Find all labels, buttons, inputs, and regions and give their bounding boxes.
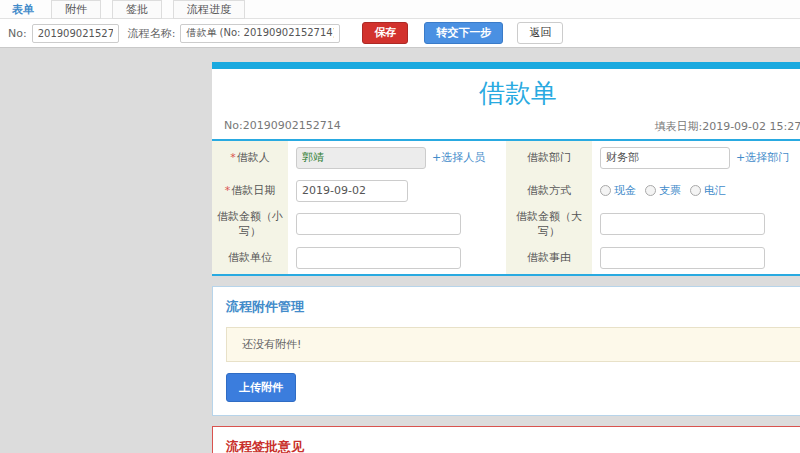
department-field-cell: +选择部门 xyxy=(592,141,800,174)
amount-lowercase-label: 借款金额（小写） xyxy=(212,207,288,241)
required-mark: * xyxy=(230,151,236,164)
attachment-panel: 流程附件管理 还没有附件! 上传附件 xyxy=(212,286,800,416)
amount-lowercase-field-cell xyxy=(288,207,506,241)
attachment-empty-message: 还没有附件! xyxy=(226,327,800,362)
radio-circle-icon[interactable] xyxy=(645,185,656,196)
borrow-date-label: *借款日期 xyxy=(212,174,288,207)
borrow-reason-label: 借款事由 xyxy=(506,241,592,274)
borrow-unit-field-cell xyxy=(288,241,506,274)
required-mark: * xyxy=(225,184,231,197)
amount-uppercase-field-cell xyxy=(592,207,800,241)
form-top-accent-bar xyxy=(212,62,800,69)
department-input[interactable] xyxy=(600,147,730,169)
process-name-input[interactable] xyxy=(180,24,340,43)
control-row: No: 流程名称: 保存 转交下一步 返回 xyxy=(0,19,800,48)
radio-circle-icon[interactable] xyxy=(600,185,611,196)
borrow-date-input[interactable] xyxy=(296,180,408,202)
tab-bar: 表单 附件 签批 流程进度 xyxy=(0,0,800,19)
tab-attachment[interactable]: 附件 xyxy=(51,0,101,19)
department-label: 借款部门 xyxy=(506,141,592,174)
app-header: 表单 附件 签批 流程进度 No: 流程名称: 保存 转交下一步 返回 xyxy=(0,0,800,48)
approval-heading: 流程签批意见 xyxy=(213,427,800,453)
amount-uppercase-input[interactable] xyxy=(600,213,765,235)
borrow-unit-label: 借款单位 xyxy=(212,241,288,274)
no-input[interactable] xyxy=(32,24,119,43)
radio-check[interactable]: 支票 xyxy=(645,183,681,198)
borrower-label: *借款人 xyxy=(212,141,288,174)
next-step-button[interactable]: 转交下一步 xyxy=(424,22,503,44)
process-name-label: 流程名称: xyxy=(128,26,176,41)
borrower-field-cell: +选择人员 xyxy=(288,141,506,174)
tab-process-progress[interactable]: 流程进度 xyxy=(173,0,245,19)
select-person-link[interactable]: +选择人员 xyxy=(432,150,485,165)
amount-lowercase-input[interactable] xyxy=(296,213,461,235)
borrow-method-radio-group: 现金 支票 电汇 xyxy=(600,183,726,198)
radio-circle-icon[interactable] xyxy=(690,185,701,196)
form-table: *借款人 +选择人员 借款部门 +选择部门 *借款日期 借款方式 xyxy=(212,141,800,276)
form-title: 借款单 xyxy=(212,69,800,116)
save-button[interactable]: 保存 xyxy=(362,22,408,44)
approval-panel: 流程签批意见 B I abc xyxy=(212,426,800,453)
main-content: 借款单 No:20190902152714 填表日期:2019-09-02 15… xyxy=(0,48,800,453)
tab-approval[interactable]: 签批 xyxy=(112,0,162,19)
back-button[interactable]: 返回 xyxy=(517,22,563,44)
upload-attachment-button[interactable]: 上传附件 xyxy=(226,373,296,402)
form-meta-row: No:20190902152714 填表日期:2019-09-02 15:27:… xyxy=(212,116,800,141)
borrow-reason-field-cell xyxy=(592,241,800,274)
loan-form-panel: 借款单 No:20190902152714 填表日期:2019-09-02 15… xyxy=(212,62,800,276)
borrow-unit-input[interactable] xyxy=(296,247,461,269)
borrow-method-field-cell: 现金 支票 电汇 xyxy=(592,174,800,207)
tab-form[interactable]: 表单 xyxy=(6,1,40,18)
attachment-heading: 流程附件管理 xyxy=(213,287,800,325)
borrow-date-field-cell xyxy=(288,174,506,207)
borrower-input[interactable] xyxy=(296,147,426,169)
borrow-reason-input[interactable] xyxy=(600,247,765,269)
form-date-text: 填表日期:2019-09-02 15:27:1 xyxy=(654,119,800,134)
radio-wire-transfer[interactable]: 电汇 xyxy=(690,183,726,198)
amount-uppercase-label: 借款金额（大写） xyxy=(506,207,592,241)
borrow-method-label: 借款方式 xyxy=(506,174,592,207)
select-department-link[interactable]: +选择部门 xyxy=(736,150,789,165)
no-label: No: xyxy=(8,27,27,40)
form-number-text: No:20190902152714 xyxy=(224,119,341,134)
radio-cash[interactable]: 现金 xyxy=(600,183,636,198)
